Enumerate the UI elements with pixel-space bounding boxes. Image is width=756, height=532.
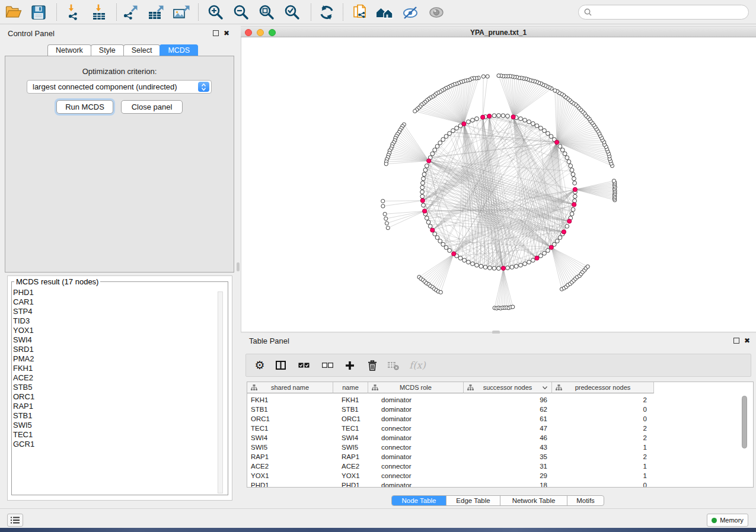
cell-name: ORC1: [333, 414, 368, 424]
mcds-result-item[interactable]: SRD1: [13, 345, 34, 354]
zoom-fit-button[interactable]: [256, 2, 277, 22]
column-header-successor-nodes[interactable]: successor nodes: [464, 382, 552, 393]
zoom-out-button[interactable]: [231, 2, 252, 22]
cell-name: SWI4: [333, 433, 368, 443]
table-header-row: shared namenameMCDS rolesuccessor nodesp…: [247, 382, 654, 393]
import-table-button[interactable]: [88, 2, 109, 22]
add-column-button[interactable]: [341, 354, 359, 376]
mcds-result-item[interactable]: GCR1: [13, 440, 34, 449]
network-window-titlebar[interactable]: YPA_prune.txt_1: [241, 26, 756, 37]
cell-predecessor-nodes: 1: [552, 443, 654, 452]
cell-shared-name: STB1: [247, 405, 333, 414]
tab-style[interactable]: Style: [91, 44, 124, 56]
table-row[interactable]: ACE2ACE2connector311: [247, 462, 753, 471]
cell-MCDS-role: dominator: [368, 405, 464, 414]
table-row[interactable]: YOX1YOX1connector291: [247, 471, 753, 480]
export-network-button[interactable]: [120, 2, 142, 22]
table-row[interactable]: FKH1FKH1dominator962: [247, 395, 753, 405]
vertical-splitter-handle[interactable]: [237, 262, 240, 271]
function-builder-button[interactable]: f(x): [409, 354, 426, 376]
table-close-icon[interactable]: ✖: [744, 338, 750, 344]
table-row[interactable]: SWI5SWI5connector431: [247, 443, 753, 452]
mcds-result-list[interactable]: PHD1CAR1STP4TID3YOX1SWI4SRD1PMA2FKH1ACE2…: [13, 288, 34, 449]
mcds-result-item[interactable]: CAR1: [13, 297, 34, 307]
criterion-dropdown[interactable]: largest connected component (undirected): [27, 80, 212, 94]
show-all-button[interactable]: [426, 2, 447, 22]
table-row[interactable]: RAP1RAP1dominator352: [247, 452, 753, 462]
tab-node-table[interactable]: Node Table: [392, 496, 446, 505]
column-header-predecessor-nodes[interactable]: predecessor nodes: [552, 382, 654, 393]
table-scrollbar-thumb[interactable]: [742, 396, 747, 448]
table-row[interactable]: SWI4SWI4dominator462: [247, 433, 753, 443]
column-header-shared-name[interactable]: shared name: [247, 382, 333, 393]
mcds-result-item[interactable]: YOX1: [13, 326, 34, 335]
table-float-icon[interactable]: [733, 338, 739, 344]
mcds-result-item[interactable]: TID3: [13, 316, 34, 326]
table-row[interactable]: PHD1PHD1dominator180: [247, 480, 753, 488]
new-network-from-selection-button[interactable]: [349, 2, 371, 22]
show-panel-list-button[interactable]: [7, 514, 23, 527]
zoom-in-button[interactable]: [205, 2, 227, 22]
mcds-result-item[interactable]: SWI5: [13, 421, 34, 430]
table-row[interactable]: STB1STB1dominator620: [247, 405, 753, 414]
column-label: successor nodes: [483, 384, 532, 391]
zoom-selected-button[interactable]: [282, 2, 303, 22]
mcds-result-item[interactable]: TEC1: [13, 430, 34, 440]
float-panel-icon[interactable]: [213, 30, 219, 36]
delete-table-button[interactable]: [385, 354, 403, 376]
export-image-button[interactable]: [171, 2, 192, 22]
cell-name: ACE2: [333, 462, 368, 471]
table-panel-title: Table Panel: [249, 336, 289, 345]
delete-column-button[interactable]: [363, 354, 381, 376]
criterion-value: largest connected component (undirected): [33, 82, 198, 91]
deselect-all-rows-button[interactable]: [318, 354, 336, 376]
save-session-button[interactable]: [28, 2, 49, 22]
run-mcds-button[interactable]: Run MCDS: [56, 100, 113, 114]
refresh-icon: [318, 4, 335, 21]
search-input[interactable]: [595, 8, 748, 17]
eye-hide-icon: [401, 5, 419, 20]
cell-predecessor-nodes: 0: [552, 405, 654, 414]
tab-motifs[interactable]: Motifs: [567, 496, 604, 505]
select-all-rows-button[interactable]: [295, 354, 312, 376]
open-file-button[interactable]: [2, 2, 24, 22]
cell-MCDS-role: dominator: [368, 433, 464, 443]
mcds-result-item[interactable]: PMA2: [13, 354, 34, 364]
column-header-MCDS-role[interactable]: MCDS role: [368, 382, 464, 393]
mcds-result-item[interactable]: FKH1: [13, 364, 34, 373]
column-header-name[interactable]: name: [333, 382, 368, 393]
mcds-result-item[interactable]: STB1: [13, 411, 34, 421]
network-view-canvas[interactable]: [241, 37, 756, 332]
chevron-down-icon[interactable]: [543, 386, 547, 389]
hide-selected-button[interactable]: [400, 2, 421, 22]
mcds-result-item[interactable]: PHD1: [13, 288, 34, 297]
close-panel-icon[interactable]: ✖: [224, 30, 229, 36]
mcds-result-item[interactable]: STP4: [13, 307, 34, 316]
tab-select[interactable]: Select: [123, 44, 161, 56]
tab-edge-table[interactable]: Edge Table: [446, 496, 500, 505]
mcds-result-item[interactable]: ORC1: [13, 392, 34, 402]
mcds-result-item[interactable]: ACE2: [13, 373, 34, 383]
mcds-result-item[interactable]: SWI4: [13, 335, 34, 345]
tab-mcds[interactable]: MCDS: [160, 44, 198, 56]
mcds-list-scrollbar[interactable]: [218, 291, 223, 493]
table-row[interactable]: ORC1ORC1dominator610: [247, 414, 753, 424]
cell-successor-nodes: 46: [464, 433, 552, 443]
mcds-result-item[interactable]: STB5: [13, 383, 34, 392]
mcds-result-item[interactable]: RAP1: [13, 402, 34, 411]
memory-button[interactable]: Memory: [707, 514, 748, 527]
first-neighbors-button[interactable]: [374, 2, 395, 22]
network-window-title: YPA_prune.txt_1: [241, 28, 756, 37]
refresh-layout-button[interactable]: [316, 2, 337, 22]
export-table-button[interactable]: [145, 2, 167, 22]
table-settings-button[interactable]: ⚙: [251, 354, 269, 376]
trash-icon: [368, 360, 377, 371]
search-box[interactable]: [578, 5, 749, 20]
import-network-button[interactable]: [62, 2, 84, 22]
close-panel-button[interactable]: Close panel: [121, 100, 183, 114]
column-visibility-button[interactable]: [272, 354, 289, 376]
cell-shared-name: SWI5: [247, 443, 333, 452]
table-row[interactable]: TEC1TEC1connector472: [247, 424, 753, 433]
tab-network-table[interactable]: Network Table: [500, 496, 567, 505]
tab-network[interactable]: Network: [47, 44, 91, 56]
